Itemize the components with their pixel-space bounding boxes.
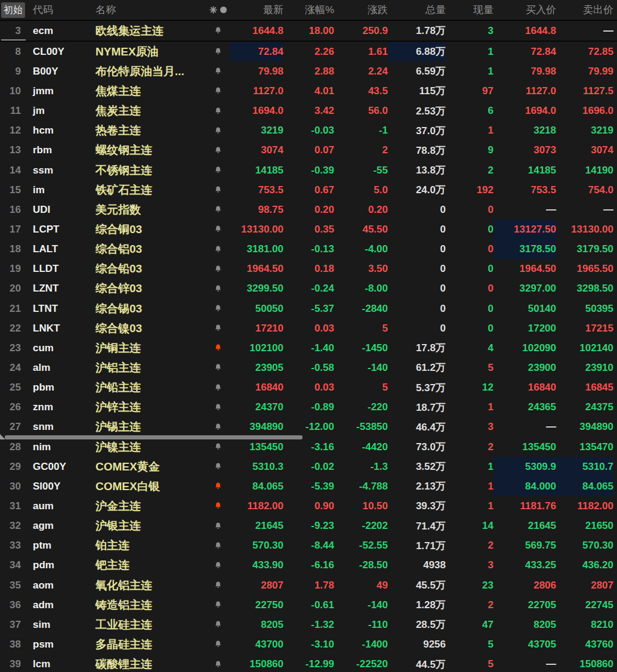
cell-name: 沪铅主连 <box>92 378 206 398</box>
bell-icon[interactable] <box>206 141 230 160</box>
horizontal-scrollbar-thumb[interactable] <box>5 435 303 439</box>
table-row[interactable]: 17 LCPT 综合铜03 13130.00 0.35 45.50 0 0 13… <box>0 219 617 239</box>
table-row[interactable]: 32 agm 沪银主连 21645 -9.23 -2202 71.4万 14 2… <box>0 516 617 536</box>
bell-icon[interactable] <box>206 338 230 358</box>
bell-icon[interactable] <box>206 299 230 318</box>
col-header-current-volume[interactable]: 现量 <box>446 0 493 20</box>
table-row[interactable]: 27 snm 沪锡主连 394890 -12.00 -53850 46.4万 3… <box>0 417 617 437</box>
cell-name: 美元指数 <box>92 200 206 219</box>
cell-last-price: 22750 <box>230 595 283 615</box>
bell-icon[interactable] <box>206 655 230 672</box>
table-row[interactable]: 13 rbm 螺纹钢主连 3074 0.07 2 78.8万 9 3073 30… <box>0 141 617 160</box>
col-header-total-volume[interactable]: 总量 <box>388 0 446 20</box>
table-row[interactable]: 14 ssm 不锈钢主连 14185 -0.39 -55 13.8万 2 141… <box>0 160 617 180</box>
table-row[interactable]: 31 aum 沪金主连 1182.00 0.90 10.50 39.3万 1 1… <box>0 496 617 516</box>
table-row[interactable]: 16 UDI 美元指数 98.75 0.20 0.20 0 0 — — <box>0 200 617 219</box>
table-row[interactable]: 34 pdm 钯主连 433.90 -6.16 -28.50 4938 3 43… <box>0 556 617 575</box>
table-row[interactable]: 29 GC00Y COMEX黄金 5310.3 -0.02 -1.3 3.52万… <box>0 457 617 476</box>
bell-icon[interactable] <box>206 476 230 496</box>
table-row[interactable]: 36 adm 铸造铝主连 22750 -0.61 -140 1.28万 2 22… <box>0 595 617 615</box>
cell-row-number: 25 <box>0 378 27 398</box>
cell-row-number: 32 <box>0 516 27 536</box>
cell-row-number: 16 <box>0 200 27 219</box>
cell-code: B00Y <box>27 61 92 81</box>
bell-icon[interactable] <box>206 358 230 377</box>
table-row[interactable]: 33 ptm 铂主连 570.30 -8.44 -52.55 1.71万 2 5… <box>0 536 617 556</box>
bell-icon[interactable] <box>206 279 230 299</box>
bell-icon[interactable] <box>206 437 230 457</box>
preset-button[interactable]: 初始 <box>1 2 25 18</box>
table-row[interactable]: 22 LNKT 综合镍03 17210 0.03 5 0 0 17200 172… <box>0 318 617 338</box>
bell-icon[interactable] <box>206 575 230 595</box>
alert-bell-glyph <box>214 185 223 195</box>
bell-icon[interactable] <box>206 81 230 101</box>
col-header-alert[interactable] <box>206 0 230 20</box>
bell-icon[interactable] <box>206 219 230 239</box>
col-header-sell-price[interactable]: 卖出价 <box>556 0 613 20</box>
cell-last-price: 3181.00 <box>230 240 283 259</box>
table-row[interactable]: 15 im 铁矿石主连 753.5 0.67 5.0 24.0万 192 753… <box>0 180 617 200</box>
table-row[interactable]: 24 alm 沪铝主连 23905 -0.58 -140 61.2万 5 239… <box>0 358 617 377</box>
cell-name: 沪锡主连 <box>92 417 206 437</box>
table-row[interactable]: 18 LALT 综合铝03 3181.00 -0.13 -4.00 0 0 31… <box>0 240 617 259</box>
table-row[interactable]: 28 nim 沪镍主连 135450 -3.16 -4420 73.0万 2 1… <box>0 437 617 457</box>
cell-change: 0.20 <box>334 200 388 219</box>
table-row[interactable]: 10 jmm 焦煤主连 1127.0 4.01 43.5 115万 97 112… <box>0 81 617 101</box>
table-row[interactable]: 11 jm 焦炭主连 1694.0 3.42 56.0 2.53万 6 1694… <box>0 101 617 121</box>
bell-icon[interactable] <box>206 457 230 476</box>
bell-icon[interactable] <box>206 240 230 259</box>
bell-icon[interactable] <box>206 556 230 575</box>
table-row[interactable]: 37 sim 工业硅主连 8205 -1.32 -110 28.5万 47 82… <box>0 615 617 634</box>
bell-icon[interactable] <box>206 42 230 61</box>
table-row[interactable]: 19 LLDT 综合铅03 1964.50 0.18 3.50 0 0 1964… <box>0 259 617 279</box>
bell-icon[interactable] <box>206 378 230 398</box>
col-header-buy-price[interactable]: 买入价 <box>493 0 556 20</box>
table-row[interactable]: 25 pbm 沪铅主连 16840 0.03 5 5.37万 12 16840 … <box>0 378 617 398</box>
bell-icon[interactable] <box>206 101 230 121</box>
table-row[interactable]: 39 lcm 碳酸锂主连 150860 -12.99 -22520 44.5万 … <box>0 655 617 672</box>
bell-icon[interactable] <box>206 21 230 41</box>
cell-current-volume: 2 <box>446 595 493 615</box>
cell-change-percent: -12.00 <box>283 417 334 437</box>
cell-change: 10.50 <box>334 496 388 516</box>
cell-code: aum <box>27 496 92 516</box>
table-row[interactable]: 12 hcm 热卷主连 3219 -0.03 -1 37.0万 1 3218 3… <box>0 121 617 141</box>
cell-name: 工业硅主连 <box>92 615 206 634</box>
bell-icon[interactable] <box>206 615 230 634</box>
col-header-change-percent[interactable]: 涨幅% <box>283 0 334 20</box>
cell-last-price: 150860 <box>230 655 283 672</box>
bell-icon[interactable] <box>206 595 230 615</box>
table-row[interactable]: 26 znm 沪锌主连 24370 -0.89 -220 18.7万 1 243… <box>0 398 617 417</box>
bell-icon[interactable] <box>206 61 230 81</box>
bell-icon[interactable] <box>206 536 230 556</box>
col-header-last[interactable]: 最新 <box>230 0 283 20</box>
table-row[interactable]: 38 psm 多晶硅主连 43700 -3.10 -1400 9256 5 43… <box>0 634 617 654</box>
cell-buy-price: 433.25 <box>493 556 556 575</box>
table-row[interactable]: 8 CL00Y NYMEX原油 72.84 2.26 1.61 6.88万 1 … <box>0 42 617 61</box>
table-row[interactable]: 23 cum 沪铜主连 102100 -1.40 -1450 17.8万 4 1… <box>0 338 617 358</box>
bell-icon[interactable] <box>206 160 230 180</box>
bell-icon[interactable] <box>206 496 230 516</box>
bell-icon[interactable] <box>206 121 230 141</box>
cell-code: GC00Y <box>27 457 92 476</box>
cell-current-volume: 0 <box>446 240 493 259</box>
bell-icon[interactable] <box>206 259 230 279</box>
col-header-change[interactable]: 涨跌 <box>334 0 388 20</box>
table-row[interactable]: 21 LTNT 综合锡03 50050 -5.37 -2840 0 0 5014… <box>0 299 617 318</box>
bell-icon[interactable] <box>206 180 230 200</box>
bell-icon[interactable] <box>206 318 230 338</box>
col-header-name[interactable]: 名称 <box>92 0 206 20</box>
col-header-code[interactable]: 代码 <box>27 0 92 20</box>
bell-icon[interactable] <box>206 634 230 654</box>
cell-name: 沪金主连 <box>92 496 206 516</box>
bell-icon[interactable] <box>206 398 230 417</box>
bell-icon[interactable] <box>206 200 230 219</box>
table-row[interactable]: 35 aom 氧化铝主连 2807 1.78 49 45.5万 23 2806 … <box>0 575 617 595</box>
table-row[interactable]: 20 LZNT 综合锌03 3299.50 -0.24 -8.00 0 0 32… <box>0 279 617 299</box>
table-row[interactable]: 9 B00Y 布伦特原油当月... 79.98 2.88 2.24 6.59万 … <box>0 61 617 81</box>
bell-icon[interactable] <box>206 516 230 536</box>
bell-icon[interactable] <box>206 417 230 437</box>
cell-name: 综合铜03 <box>92 219 206 239</box>
table-row[interactable]: 30 SI00Y COMEX白银 84.065 -5.39 -4.788 2.1… <box>0 476 617 496</box>
table-row[interactable]: 3 ecm 欧线集运主连 1644.8 18.00 250.9 1.78万 3 … <box>0 21 617 42</box>
